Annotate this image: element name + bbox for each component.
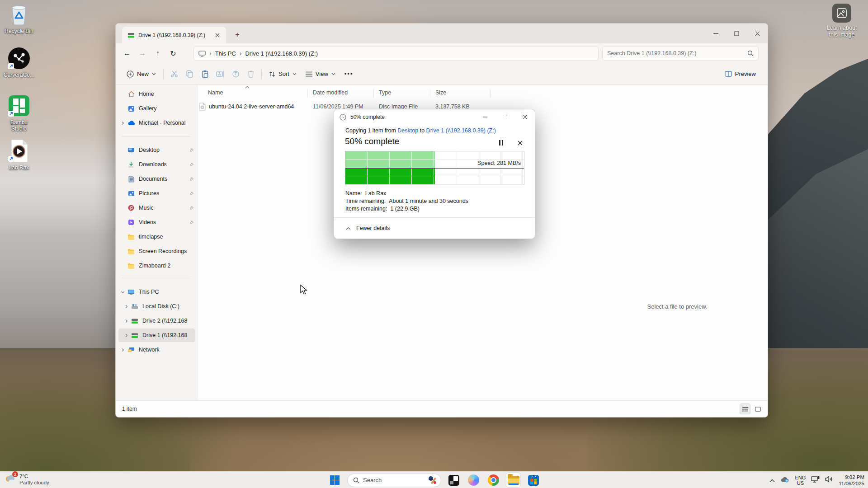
explorer-statusbar: 1 item bbox=[116, 400, 768, 417]
back-button[interactable]: ← bbox=[119, 46, 135, 61]
desktop-icon-recycle-bin[interactable]: Recycle Bin bbox=[0, 3, 38, 34]
window-maximize-button[interactable] bbox=[726, 23, 747, 43]
sidebar-item-local-disk-c[interactable]: Local Disk (C:) bbox=[118, 300, 195, 313]
dialog-close-button[interactable] bbox=[515, 109, 535, 125]
taskbar-app-copilot[interactable] bbox=[466, 473, 481, 488]
taskbar-app-file-explorer[interactable] bbox=[506, 473, 521, 488]
language-indicator[interactable]: ENG US bbox=[795, 475, 806, 486]
source-link[interactable]: Desktop bbox=[397, 127, 418, 134]
weather-widget[interactable]: 2 7°C Partly cloudy bbox=[5, 473, 49, 486]
chevron-right-icon[interactable] bbox=[122, 305, 130, 309]
dialog-minimize-button[interactable] bbox=[475, 109, 495, 125]
chevron-right-icon[interactable] bbox=[122, 333, 130, 338]
file-name[interactable]: ubuntu-24.04.2-live-server-amd64 bbox=[209, 103, 294, 110]
rename-button[interactable] bbox=[212, 66, 228, 82]
sidebar-item-pictures[interactable]: Pictures bbox=[118, 187, 195, 200]
share-button[interactable] bbox=[228, 66, 243, 82]
breadcrumb[interactable]: › This PC › Drive 1 (\\192.168.0.39) (Z:… bbox=[193, 46, 599, 61]
sidebar-item-home[interactable]: Home bbox=[118, 87, 195, 101]
learn-about-this-image[interactable]: Learn about this image bbox=[820, 4, 863, 38]
sidebar-item-documents[interactable]: Documents bbox=[118, 172, 195, 186]
detail-time-remaining: Time remaining: About 1 minute and 30 se… bbox=[345, 197, 468, 205]
task-view-icon bbox=[448, 475, 459, 486]
speed-label: Speed: 281 MB/s bbox=[477, 160, 521, 166]
desktop-icon-lab-rax[interactable]: Lab Rax bbox=[0, 139, 38, 171]
desktop-icon-bambu-studio[interactable]: Bambu Studio bbox=[0, 94, 38, 132]
column-divider[interactable] bbox=[373, 89, 374, 97]
column-date-modified[interactable]: Date modified bbox=[313, 89, 348, 96]
image-info-icon bbox=[832, 4, 851, 23]
tab-close-icon[interactable] bbox=[212, 30, 222, 40]
pin-icon bbox=[187, 148, 195, 153]
up-button[interactable]: ↑ bbox=[150, 46, 165, 61]
network-tray-icon[interactable] bbox=[811, 476, 820, 485]
chevron-right-icon[interactable] bbox=[118, 348, 127, 352]
breadcrumb-current[interactable]: Drive 1 (\\192.168.0.39) (Z:) bbox=[245, 50, 318, 57]
sort-button[interactable]: Sort bbox=[264, 67, 301, 80]
column-name[interactable]: Name bbox=[208, 89, 223, 96]
column-type[interactable]: Type bbox=[379, 89, 391, 96]
new-tab-button[interactable]: + bbox=[232, 30, 242, 40]
sidebar-item-screen-recordings[interactable]: Screen Recordings bbox=[118, 244, 195, 258]
cancel-copy-button[interactable] bbox=[515, 138, 525, 147]
clock[interactable]: 9:02 PM 11/06/2025 bbox=[839, 474, 864, 487]
refresh-button[interactable]: ↻ bbox=[165, 46, 181, 61]
column-size[interactable]: Size bbox=[435, 89, 446, 96]
list-lines-icon bbox=[306, 71, 312, 77]
dialog-maximize-button[interactable] bbox=[495, 109, 515, 125]
sidebar-item-timelapse[interactable]: timelapse bbox=[118, 230, 195, 244]
large-icons-view-toggle[interactable] bbox=[752, 404, 763, 414]
fewer-details-button[interactable]: Fewer details bbox=[334, 217, 535, 239]
pause-button[interactable] bbox=[496, 138, 506, 147]
breadcrumb-this-pc[interactable]: This PC bbox=[215, 50, 236, 57]
more-options-button[interactable]: ••• bbox=[340, 67, 358, 80]
taskbar-app-microsoft-store[interactable] bbox=[526, 473, 541, 488]
search-input[interactable] bbox=[607, 50, 747, 56]
explorer-tab[interactable]: Drive 1 (\\192.168.0.39) (Z:) bbox=[122, 27, 226, 43]
cut-button[interactable] bbox=[166, 66, 182, 82]
preview-toggle-button[interactable]: Preview bbox=[720, 67, 760, 80]
sidebar-item-downloads[interactable]: Downloads bbox=[118, 158, 195, 171]
chevron-up-icon bbox=[346, 227, 351, 230]
view-button[interactable]: View bbox=[301, 67, 340, 80]
paste-button[interactable] bbox=[197, 66, 212, 82]
taskbar-app-task-view[interactable] bbox=[446, 473, 461, 488]
delete-button[interactable] bbox=[243, 66, 259, 82]
sidebar-item-zimaboard-2[interactable]: Zimaboard 2 bbox=[118, 259, 195, 272]
forward-button[interactable]: → bbox=[135, 46, 150, 61]
sidebar-item-network[interactable]: Network bbox=[118, 343, 195, 357]
desktop-icon-carvera[interactable]: CarveraCo... bbox=[0, 47, 38, 78]
search-box[interactable] bbox=[602, 46, 759, 61]
onedrive-tray-icon[interactable] bbox=[780, 476, 789, 484]
column-divider[interactable] bbox=[490, 89, 491, 97]
new-button[interactable]: New bbox=[122, 67, 160, 81]
details-view-toggle[interactable] bbox=[740, 404, 750, 414]
taskbar-search[interactable]: Search bbox=[347, 474, 441, 487]
sidebar-item-desktop[interactable]: Desktop bbox=[118, 143, 195, 157]
system-tray: ENG US 9:02 PM 11/06/2025 bbox=[769, 472, 864, 488]
chevron-down-icon bbox=[292, 73, 297, 75]
onedrive-cloud-icon bbox=[127, 120, 136, 126]
tray-chevron-up-icon[interactable] bbox=[769, 476, 775, 484]
volume-tray-icon[interactable] bbox=[825, 476, 833, 484]
window-minimize-button[interactable] bbox=[705, 23, 726, 43]
chevron-right-icon[interactable] bbox=[118, 121, 127, 125]
start-button[interactable] bbox=[327, 473, 342, 488]
column-divider[interactable] bbox=[430, 89, 430, 97]
copy-button[interactable] bbox=[182, 66, 197, 82]
sidebar-item-drive-1[interactable]: Drive 1 (\\192.168 bbox=[118, 328, 195, 342]
sidebar-item-videos[interactable]: Videos bbox=[118, 216, 195, 229]
destination-link[interactable]: Drive 1 (\\192.168.0.39) (Z:) bbox=[426, 127, 496, 134]
chevron-down-icon[interactable] bbox=[118, 290, 127, 294]
taskbar-app-chrome[interactable] bbox=[486, 473, 501, 488]
sidebar-item-onedrive[interactable]: Michael - Personal bbox=[118, 116, 195, 130]
sidebar-item-drive-2[interactable]: Drive 2 (\\192.168 bbox=[118, 314, 195, 328]
sidebar-item-gallery[interactable]: Gallery bbox=[118, 102, 195, 115]
pin-icon bbox=[187, 191, 195, 196]
chevron-right-icon[interactable] bbox=[122, 319, 130, 323]
sidebar-item-this-pc[interactable]: This PC bbox=[118, 285, 195, 299]
column-divider[interactable] bbox=[307, 89, 308, 97]
window-close-button[interactable] bbox=[747, 23, 768, 43]
weather-temp: 7°C bbox=[19, 473, 49, 479]
sidebar-item-music[interactable]: Music bbox=[118, 201, 195, 215]
